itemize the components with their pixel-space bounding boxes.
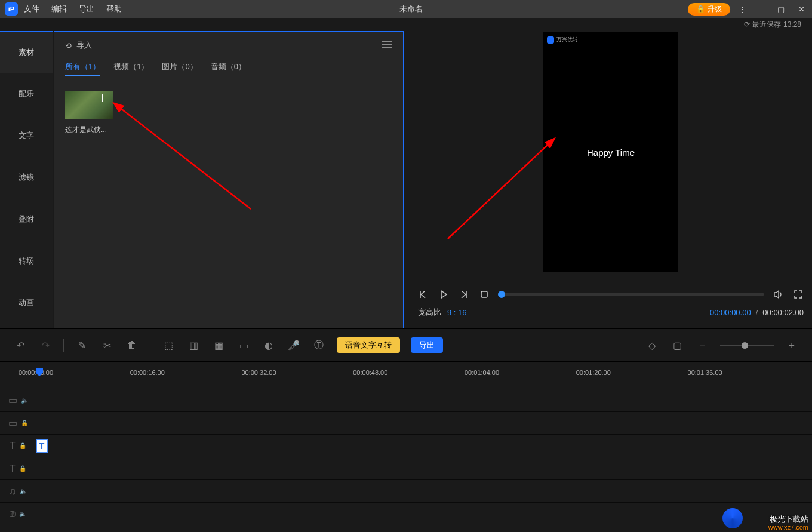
asset-tab-all[interactable]: 所有（1） xyxy=(65,61,100,76)
voice-text-button[interactable]: 语音文字互转 xyxy=(337,337,400,353)
edit-icon[interactable]: ✎ xyxy=(75,338,89,352)
asset-tab-audio[interactable]: 音频（0） xyxy=(211,61,246,76)
track-audio[interactable]: ♫🔈 xyxy=(0,480,812,503)
left-sidebar: 素材 配乐 文字 滤镜 叠附 转场 动画 xyxy=(0,31,53,328)
delete-icon[interactable]: 🗑 xyxy=(125,338,139,352)
redo-button[interactable]: ↷ xyxy=(38,338,53,352)
zoom-slider[interactable] xyxy=(720,345,774,346)
sidebar-tab-assets[interactable]: 素材 xyxy=(0,31,53,73)
sidebar-tab-filter[interactable]: 滤镜 xyxy=(0,156,53,198)
text-clip[interactable]: T xyxy=(36,439,48,453)
fit-icon[interactable]: ▢ xyxy=(670,338,684,352)
mic-icon[interactable]: 🎤 xyxy=(287,338,301,352)
export-button[interactable]: 导出 xyxy=(411,337,443,353)
app-logo-mini-icon xyxy=(547,36,554,44)
playhead[interactable] xyxy=(36,368,43,376)
text-tool-icon[interactable]: Ⓣ xyxy=(312,338,326,352)
ruler-label: 00:01:20.00 xyxy=(576,369,611,376)
timeline-ruler[interactable]: 00:00:00.0000:00:16.0000:00:32.0000:00:4… xyxy=(0,362,812,389)
sidebar-tab-text[interactable]: 文字 xyxy=(0,115,53,156)
mute-icon[interactable]: 🔈 xyxy=(21,397,28,404)
minimize-button[interactable]: — xyxy=(755,3,767,15)
refresh-icon: ⟳ xyxy=(744,20,750,29)
menu-edit[interactable]: 编辑 xyxy=(51,4,67,14)
mute-icon[interactable]: 🔈 xyxy=(19,511,26,517)
marker-icon[interactable]: ◇ xyxy=(645,338,659,352)
text-track-icon: T xyxy=(10,463,16,474)
asset-tab-video[interactable]: 视频（1） xyxy=(113,61,149,76)
play-button[interactable] xyxy=(437,288,450,301)
watermark-url: www.xz7.com xyxy=(768,524,808,531)
prev-frame-button[interactable] xyxy=(417,288,430,301)
track-text-1[interactable]: T🔒 T xyxy=(0,435,812,457)
sidebar-tab-animation[interactable]: 动画 xyxy=(0,282,53,324)
mute-icon[interactable]: 🔈 xyxy=(20,488,27,494)
lock-track-icon[interactable]: 🔒 xyxy=(21,420,28,426)
lock-track-icon[interactable]: 🔒 xyxy=(19,442,26,449)
preview-progress[interactable] xyxy=(498,293,764,296)
zoom-in-icon[interactable]: ＋ xyxy=(785,338,799,352)
track-extra[interactable]: ⎚🔈 xyxy=(0,503,812,525)
menu-export[interactable]: 导出 xyxy=(79,4,94,14)
timeline-toolbar: ↶ ↷ ✎ ✂ 🗑 ⬚ ▥ ▦ ▭ ◐ 🎤 Ⓣ 语音文字互转 导出 ◇ ▢ − … xyxy=(0,328,812,362)
more-icon[interactable]: ⋮ xyxy=(739,5,746,14)
title-bar: iP 文件 编辑 导出 帮助 未命名 🔒 升级 ⋮ — ▢ ✕ xyxy=(0,0,812,18)
speed-icon[interactable]: ◐ xyxy=(262,338,276,352)
fullscreen-button[interactable] xyxy=(792,288,805,301)
lock-icon: 🔒 xyxy=(696,5,705,13)
grid-icon[interactable]: ▦ xyxy=(211,338,226,352)
sidebar-tab-transition[interactable]: 转场 xyxy=(0,240,53,282)
menu-file[interactable]: 文件 xyxy=(24,4,39,14)
text-track-icon: T xyxy=(10,441,16,451)
import-icon: ⟲ xyxy=(65,41,72,50)
watermark: 极光下载站 www.xz7.com xyxy=(768,515,808,531)
save-status: ⟳ 最近保存 13:28 xyxy=(0,18,812,31)
lock-track-icon[interactable]: 🔒 xyxy=(19,465,26,472)
maximize-button[interactable]: ▢ xyxy=(775,3,787,15)
aspect-ratio-value[interactable]: 9 : 16 xyxy=(447,308,467,317)
menu-help[interactable]: 帮助 xyxy=(106,4,122,14)
track-text-2[interactable]: T🔒 xyxy=(0,457,812,480)
upgrade-button[interactable]: 🔒 升级 xyxy=(688,3,730,16)
sidebar-tab-music[interactable]: 配乐 xyxy=(0,73,53,115)
list-view-icon[interactable] xyxy=(382,41,392,51)
sidebar-tab-overlay[interactable]: 叠附 xyxy=(0,198,53,240)
zoom-knob[interactable] xyxy=(742,342,748,349)
save-time: 13:28 xyxy=(783,20,801,29)
current-time: 00:00:00.00 xyxy=(710,308,751,317)
progress-handle[interactable] xyxy=(498,291,505,298)
app-logo-icon: iP xyxy=(5,2,18,16)
track-video-1[interactable]: ▭🔈 xyxy=(0,389,812,412)
preview-controls xyxy=(410,288,812,301)
volume-button[interactable] xyxy=(771,288,785,301)
frame-icon[interactable]: ▭ xyxy=(236,338,251,352)
asset-panel: ⟲ 导入 所有（1） 视频（1） 图片（0） 音频（0） 这才是武侠... xyxy=(54,31,404,328)
undo-button[interactable]: ↶ xyxy=(13,338,27,352)
split-icon[interactable]: ▥ xyxy=(186,338,201,352)
watermark-logo-icon xyxy=(722,508,743,528)
close-button[interactable]: ✕ xyxy=(795,3,807,15)
preview-video[interactable]: 万兴优转 Happy Time xyxy=(543,32,678,272)
playhead-handle-icon[interactable] xyxy=(36,368,43,376)
next-frame-button[interactable] xyxy=(457,288,470,301)
track-video-2[interactable]: ▭🔒 xyxy=(0,412,812,435)
save-label: 最近保存 xyxy=(752,20,781,30)
import-label: 导入 xyxy=(76,40,92,51)
cut-icon[interactable]: ✂ xyxy=(100,338,114,352)
timeline-tracks: ▭🔈 ▭🔒 T🔒 T T🔒 ♫🔈 ⎚🔈 xyxy=(0,389,812,525)
ruler-label: 00:01:04.00 xyxy=(465,369,499,376)
asset-tab-image[interactable]: 图片（0） xyxy=(162,61,197,76)
preview-overlay-text: Happy Time xyxy=(587,147,635,158)
ruler-label: 00:01:36.00 xyxy=(688,369,722,376)
asset-thumbnail[interactable]: 这才是武侠... xyxy=(65,91,113,135)
zoom-out-icon[interactable]: − xyxy=(695,338,709,352)
stop-button[interactable] xyxy=(478,288,491,301)
track-icon: ⎚ xyxy=(10,509,16,519)
import-button[interactable]: ⟲ 导入 xyxy=(65,40,92,51)
watermark-text: 极光下载站 xyxy=(768,515,808,524)
ruler-label: 00:00:48.00 xyxy=(353,369,387,376)
total-time: 00:00:02.00 xyxy=(762,308,804,317)
crop-icon[interactable]: ⬚ xyxy=(161,338,176,352)
window-title: 未命名 xyxy=(134,4,688,14)
audio-track-icon: ♫ xyxy=(9,486,16,497)
